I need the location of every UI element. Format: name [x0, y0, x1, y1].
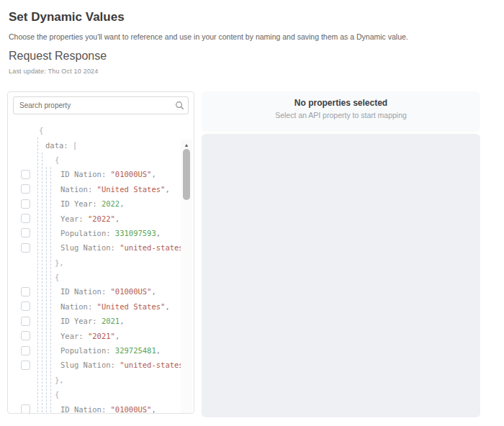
tree-row-text: Population: 331097593, [60, 229, 161, 237]
json-tree-rows: { data: [ { ID Nation: "01000US", Nation… [8, 123, 182, 413]
empty-state-header: No properties selected Select an API pro… [202, 91, 480, 132]
tree-row-text: Slug Nation: "united-states", [60, 361, 182, 369]
tree-row-text: Nation: "United States", [60, 302, 170, 311]
property-checkbox[interactable] [21, 287, 30, 296]
tree-row: Population: 329725481, [8, 343, 182, 358]
property-checkbox[interactable] [21, 404, 30, 413]
set-dynamic-values-screen: Set Dynamic Values Choose the properties… [0, 0, 504, 426]
tree-row: ID Nation: "01000US", [8, 167, 182, 181]
tree-row: { [8, 270, 182, 284]
tree-row-text: }, [55, 258, 64, 267]
property-checkbox[interactable] [21, 361, 30, 370]
tree-row: Slug Nation: "united-states", [8, 358, 182, 372]
property-checkbox[interactable] [21, 214, 30, 223]
magnifier-icon [175, 101, 184, 110]
tree-row: ID Year: 2021, [8, 314, 182, 328]
tree-row-text: }, [55, 376, 64, 384]
property-checkbox[interactable] [21, 199, 30, 209]
tree-row-text: ID Year: 2022, [60, 199, 125, 208]
property-checkbox[interactable] [21, 302, 30, 311]
tree-row-text: { [55, 390, 59, 399]
scroll-thumb[interactable] [183, 149, 190, 200]
property-checkbox[interactable] [21, 243, 30, 253]
tree-row: ID Year: 2022, [8, 196, 182, 211]
tree-row: { [8, 123, 182, 137]
property-checkbox[interactable] [21, 228, 30, 237]
search-box [13, 96, 189, 114]
tree-row: data: [ [8, 137, 182, 152]
tree-row-text: { [39, 126, 43, 135]
property-checkbox[interactable] [21, 317, 30, 326]
tree-row: }, [8, 373, 182, 387]
tree-row-text: Year: "2021", [60, 332, 120, 340]
empty-state-title: No properties selected [202, 98, 480, 108]
tree-row-text: Nation: "United States", [60, 185, 170, 194]
scrollbar[interactable]: ▲ ▼ [181, 140, 192, 413]
tree-row: Slug Nation: "united-states", [8, 240, 182, 255]
last-update-text: Last update: Thu Oct 10 2024 [9, 68, 99, 75]
tree-row: ID Nation: "01000US", [8, 402, 182, 413]
property-checkbox[interactable] [21, 346, 30, 355]
page-title: Set Dynamic Values [9, 10, 125, 24]
json-tree: { data: [ { ID Nation: "01000US", Nation… [8, 116, 194, 413]
tree-row-text: Population: 329725481, [60, 346, 161, 355]
tree-row: ID Nation: "01000US", [8, 284, 182, 299]
tree-row: Year: "2022", [8, 211, 182, 225]
tree-row-text: { [55, 155, 59, 164]
tree-row-text: { [55, 273, 59, 281]
tree-row-text: ID Nation: "01000US", [60, 405, 156, 413]
tree-row-text: Slug Nation: "united-states", [60, 243, 182, 252]
tree-row-text: data: [ [45, 141, 77, 150]
page-description: Choose the properties you'll want to ref… [9, 32, 408, 41]
property-checkbox[interactable] [21, 170, 30, 179]
mapping-panel-body [202, 134, 480, 417]
property-checkbox[interactable] [21, 184, 30, 194]
section-title: Request Response [9, 50, 107, 63]
tree-row: }, [8, 255, 182, 270]
properties-panel: { data: [ { ID Nation: "01000US", Nation… [7, 91, 194, 414]
tree-row: Year: "2021", [8, 328, 182, 343]
tree-row-text: Year: "2022", [60, 214, 120, 223]
empty-state-subtitle: Select an API property to start mapping [202, 111, 480, 119]
tree-row-text: ID Nation: "01000US", [60, 170, 156, 178]
tree-row: Population: 331097593, [8, 226, 182, 240]
tree-row: Nation: "United States", [8, 182, 182, 196]
tree-row-text: ID Nation: "01000US", [60, 287, 156, 296]
tree-row: Nation: "United States", [8, 299, 182, 314]
property-checkbox[interactable] [21, 331, 30, 340]
tree-row-text: ID Year: 2021, [60, 317, 125, 325]
search-input[interactable] [13, 96, 189, 114]
tree-row: { [8, 153, 182, 167]
tree-row: { [8, 387, 182, 402]
